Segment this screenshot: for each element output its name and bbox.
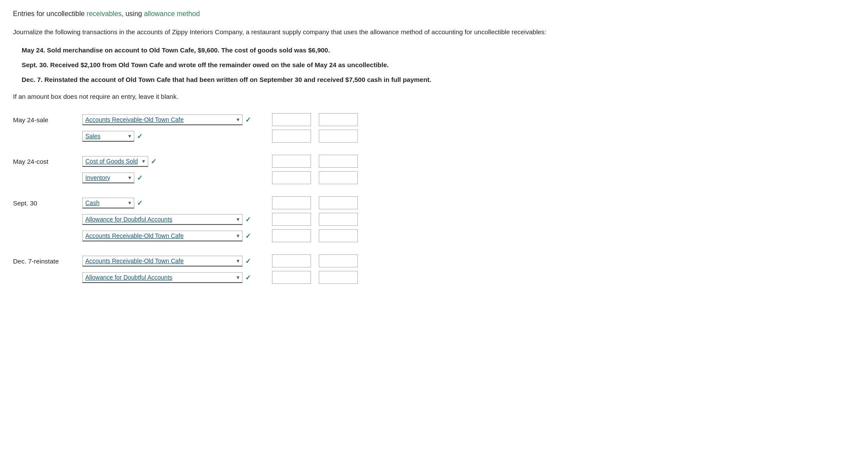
account-select-dec7reinstate-1[interactable]: Accounts Receivable-Old Town Cafe — [82, 256, 243, 267]
journal-row: Sept. 30 Cash ▼ ✓ — [13, 196, 855, 209]
account-select-container[interactable]: Inventory ▼ — [82, 173, 134, 183]
row-label-sept30: Sept. 30 — [13, 199, 82, 207]
account-select-wrapper: Accounts Receivable-Old Town Cafe ▼ ✓ — [82, 114, 264, 125]
account-select-may24cost-2[interactable]: Inventory — [82, 173, 134, 183]
credit-input-sept30-3[interactable] — [319, 229, 358, 242]
amount-boxes — [268, 229, 358, 242]
amount-boxes — [268, 113, 358, 126]
header-prefix: Entries for uncollectible — [13, 10, 87, 17]
journal-table: May 24-sale Accounts Receivable-Old Town… — [13, 113, 855, 284]
credit-input-sept30-1[interactable] — [319, 196, 358, 209]
debit-input-may24sale-2[interactable] — [272, 130, 311, 143]
amount-boxes — [268, 155, 358, 168]
check-icon-2: ✓ — [137, 132, 143, 140]
debit-input-sept30-1[interactable] — [272, 196, 311, 209]
check-icon-7: ✓ — [245, 232, 251, 240]
group-may24cost: May 24-cost Cost of Goods Sold ▼ ✓ — [13, 155, 855, 184]
transaction-3: Dec. 7. Reinstated the account of Old To… — [22, 75, 855, 85]
debit-input-dec7reinstate-1[interactable] — [272, 254, 311, 267]
credit-input-may24sale-1[interactable] — [319, 113, 358, 126]
account-select-container[interactable]: Cash ▼ — [82, 198, 134, 208]
journal-row: Allowance for Doubtful Accounts ▼ ✓ — [13, 213, 855, 226]
account-select-wrapper: Cash ▼ ✓ — [82, 198, 264, 208]
journal-row: Sales ▼ ✓ — [13, 130, 855, 143]
credit-input-may24cost-1[interactable] — [319, 155, 358, 168]
account-select-container[interactable]: Accounts Receivable-Old Town Cafe ▼ — [82, 231, 243, 241]
account-select-wrapper: Accounts Receivable-Old Town Cafe ▼ ✓ — [82, 256, 264, 267]
debit-input-may24cost-1[interactable] — [272, 155, 311, 168]
transactions-list: May 24. Sold merchandise on account to O… — [22, 45, 855, 85]
header-between: , using — [122, 10, 144, 17]
journal-row: Accounts Receivable-Old Town Cafe ▼ ✓ — [13, 229, 855, 242]
account-select-container[interactable]: Allowance for Doubtful Accounts ▼ — [82, 272, 243, 283]
account-select-may24sale-1[interactable]: Accounts Receivable-Old Town Cafe — [82, 114, 243, 125]
account-select-wrapper: Accounts Receivable-Old Town Cafe ▼ ✓ — [82, 231, 264, 241]
account-select-wrapper: Allowance for Doubtful Accounts ▼ ✓ — [82, 272, 264, 283]
check-icon-1: ✓ — [245, 116, 251, 124]
account-select-container[interactable]: Accounts Receivable-Old Town Cafe ▼ — [82, 114, 243, 125]
allowance-method-link[interactable]: allowance method — [144, 10, 200, 17]
account-select-may24sale-2[interactable]: Sales — [82, 131, 134, 142]
account-select-sept30-1[interactable]: Cash — [82, 198, 134, 208]
group-may24sale: May 24-sale Accounts Receivable-Old Town… — [13, 113, 855, 143]
group-sept30: Sept. 30 Cash ▼ ✓ Allow — [13, 196, 855, 242]
account-select-wrapper: Cost of Goods Sold ▼ ✓ — [82, 156, 264, 167]
account-select-container[interactable]: Accounts Receivable-Old Town Cafe ▼ — [82, 256, 243, 267]
account-select-wrapper: Sales ▼ ✓ — [82, 131, 264, 142]
amount-boxes — [268, 213, 358, 226]
receivables-link[interactable]: receivables — [87, 10, 122, 17]
amount-boxes — [268, 271, 358, 284]
account-select-wrapper: Allowance for Doubtful Accounts ▼ ✓ — [82, 214, 264, 225]
check-icon-4: ✓ — [137, 174, 143, 182]
credit-input-may24sale-2[interactable] — [319, 130, 358, 143]
credit-input-sept30-2[interactable] — [319, 213, 358, 226]
account-select-sept30-2[interactable]: Allowance for Doubtful Accounts — [82, 214, 243, 225]
check-icon-5: ✓ — [137, 199, 143, 207]
debit-input-may24sale-1[interactable] — [272, 113, 311, 126]
group-dec7reinstate: Dec. 7-reinstate Accounts Receivable-Old… — [13, 254, 855, 284]
credit-input-may24cost-2[interactable] — [319, 171, 358, 184]
account-select-may24cost-1[interactable]: Cost of Goods Sold — [82, 156, 148, 167]
row-label-may24cost: May 24-cost — [13, 158, 82, 165]
transaction-1: May 24. Sold merchandise on account to O… — [22, 45, 855, 55]
credit-input-dec7reinstate-2[interactable] — [319, 271, 358, 284]
journal-row: Allowance for Doubtful Accounts ▼ ✓ — [13, 271, 855, 284]
account-select-container[interactable]: Allowance for Doubtful Accounts ▼ — [82, 214, 243, 225]
debit-input-sept30-3[interactable] — [272, 229, 311, 242]
journal-row: May 24-sale Accounts Receivable-Old Town… — [13, 113, 855, 126]
amount-boxes — [268, 254, 358, 267]
account-select-dec7reinstate-2[interactable]: Allowance for Doubtful Accounts — [82, 272, 243, 283]
instruction-text: If an amount box does not require an ent… — [13, 93, 855, 100]
page-header: Entries for uncollectible receivables, u… — [13, 9, 855, 19]
row-label-dec7reinstate: Dec. 7-reinstate — [13, 257, 82, 265]
account-select-container[interactable]: Cost of Goods Sold ▼ — [82, 156, 148, 167]
debit-input-dec7reinstate-2[interactable] — [272, 271, 311, 284]
amount-boxes — [268, 171, 358, 184]
transaction-2: Sept. 30. Received $2,100 from Old Town … — [22, 60, 855, 70]
credit-input-dec7reinstate-1[interactable] — [319, 254, 358, 267]
check-icon-8: ✓ — [245, 257, 251, 265]
account-select-wrapper: Inventory ▼ ✓ — [82, 173, 264, 183]
journal-row: Inventory ▼ ✓ — [13, 171, 855, 184]
amount-boxes — [268, 130, 358, 143]
account-select-container[interactable]: Sales ▼ — [82, 131, 134, 142]
account-select-sept30-3[interactable]: Accounts Receivable-Old Town Cafe — [82, 231, 243, 241]
check-icon-9: ✓ — [245, 273, 251, 282]
journal-row: May 24-cost Cost of Goods Sold ▼ ✓ — [13, 155, 855, 168]
debit-input-may24cost-2[interactable] — [272, 171, 311, 184]
description-text: Journalize the following transactions in… — [13, 27, 749, 37]
amount-boxes — [268, 196, 358, 209]
journal-row: Dec. 7-reinstate Accounts Receivable-Old… — [13, 254, 855, 267]
check-icon-3: ✓ — [151, 157, 156, 166]
row-label-may24sale: May 24-sale — [13, 116, 82, 124]
debit-input-sept30-2[interactable] — [272, 213, 311, 226]
check-icon-6: ✓ — [245, 215, 251, 224]
